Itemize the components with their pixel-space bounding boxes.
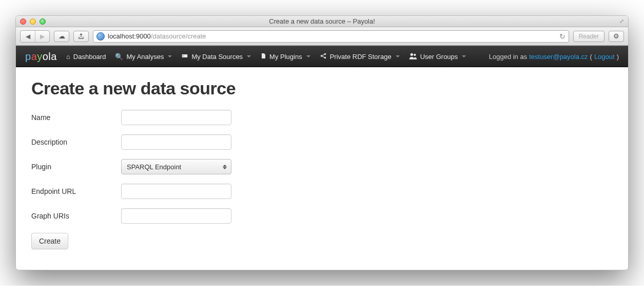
plugin-select[interactable]: SPARQL Endpoint [121, 159, 231, 174]
site-icon [96, 32, 105, 41]
nav-analyses-label: My Analyses [126, 53, 164, 61]
name-label: Name [31, 113, 121, 122]
chevron-down-icon [306, 55, 310, 57]
page-title: Create a new data source [31, 78, 613, 98]
nav-dashboard[interactable]: ⌂ Dashboard [66, 53, 106, 61]
titlebar: Create a new data source – Payola! ⤢ [16, 16, 628, 27]
nav-rdf[interactable]: Private RDF Storage [320, 52, 400, 61]
row-graphuris: Graph URIs [31, 208, 613, 224]
cloud-icon: ☁ [58, 32, 65, 40]
page-content: Create a new data source Name Descriptio… [16, 67, 628, 270]
reader-button[interactable]: Reader [573, 31, 604, 42]
brand-seg-3: y [37, 51, 43, 62]
session-info: Logged in as testuser@payola.cz (Logout) [489, 53, 619, 61]
brand-seg-4: ola [43, 51, 57, 62]
description-input[interactable] [121, 134, 231, 150]
brand-seg-2: a [31, 51, 37, 62]
url-host: localhost:9000 [108, 32, 151, 40]
logout-link[interactable]: Logout [594, 53, 615, 61]
name-input[interactable] [121, 110, 231, 125]
url-text: localhost:9000/datasource/create [108, 32, 206, 40]
nav-plugins[interactable]: My Plugins [260, 52, 310, 61]
chevron-down-icon [462, 55, 466, 57]
app-navbar: payola ⌂ Dashboard 🔍 My Analyses My Data… [16, 46, 628, 67]
minimize-window-button[interactable] [30, 18, 36, 25]
zoom-window-button[interactable] [40, 18, 46, 25]
window-title: Create a new data source – Payola! [16, 17, 628, 25]
nav-plugins-label: My Plugins [269, 53, 302, 61]
description-label: Description [31, 138, 121, 146]
back-button[interactable]: ◀ [21, 31, 35, 42]
row-endpoint: Endpoint URL [31, 184, 613, 199]
share-icon [77, 33, 85, 40]
chevron-down-icon [396, 55, 400, 57]
search-icon: 🔍 [115, 53, 123, 61]
nav-buttons: ◀ ▶ [20, 30, 50, 43]
share-alt-icon [320, 52, 327, 61]
brand-seg-1: p [25, 51, 31, 62]
nav-groups-label: User Groups [420, 53, 458, 61]
address-bar[interactable]: localhost:9000/datasource/create ↻ [93, 30, 569, 43]
nav-dashboard-label: Dashboard [73, 53, 106, 61]
icloud-button[interactable]: ☁ [54, 31, 69, 42]
create-button[interactable]: Create [31, 233, 68, 249]
traffic-lights [20, 18, 46, 25]
nav-analyses[interactable]: 🔍 My Analyses [115, 53, 172, 61]
browser-toolbar: ◀ ▶ ☁ localhost:9000/datasource/create ↻… [16, 27, 628, 46]
plugin-select-value: SPARQL Endpoint [127, 163, 181, 171]
home-icon: ⌂ [66, 53, 70, 61]
row-plugin: Plugin SPARQL Endpoint [31, 159, 613, 174]
graphuris-input[interactable] [121, 208, 231, 224]
row-name: Name [31, 110, 613, 125]
settings-button[interactable]: ⚙ [609, 31, 624, 42]
endpoint-input[interactable] [121, 184, 231, 199]
share-button[interactable] [73, 31, 89, 42]
session-user-link[interactable]: testuser@payola.cz [529, 53, 588, 61]
brand-logo[interactable]: payola [25, 51, 57, 63]
url-path: /datasource/create [151, 32, 206, 40]
row-description: Description [31, 134, 613, 150]
paren-close: ) [617, 53, 619, 61]
nav-groups[interactable]: User Groups [409, 52, 466, 61]
session-prefix: Logged in as [489, 53, 527, 61]
users-icon [409, 52, 417, 61]
select-arrows-icon [223, 165, 227, 169]
nav-datasources[interactable]: My Data Sources [181, 52, 251, 61]
graphuris-label: Graph URIs [31, 212, 121, 220]
nav-rdf-label: Private RDF Storage [330, 53, 392, 61]
chevron-down-icon [168, 55, 172, 57]
browser-window: Create a new data source – Payola! ⤢ ◀ ▶… [15, 15, 629, 270]
close-window-button[interactable] [20, 18, 26, 25]
gear-icon: ⚙ [613, 32, 619, 40]
plugin-label: Plugin [31, 163, 121, 171]
nav-datasources-label: My Data Sources [191, 53, 243, 61]
svg-point-6 [414, 53, 416, 55]
hdd-icon [181, 52, 188, 61]
paren-open: ( [590, 53, 592, 61]
fullscreen-icon[interactable]: ⤢ [619, 18, 624, 25]
svg-point-2 [320, 55, 322, 57]
endpoint-label: Endpoint URL [31, 187, 121, 195]
chevron-down-icon [247, 55, 251, 57]
forward-button[interactable]: ▶ [35, 31, 49, 42]
reload-button[interactable]: ↻ [559, 32, 565, 41]
svg-point-5 [410, 53, 413, 55]
svg-point-1 [183, 55, 184, 56]
file-icon [260, 52, 266, 61]
